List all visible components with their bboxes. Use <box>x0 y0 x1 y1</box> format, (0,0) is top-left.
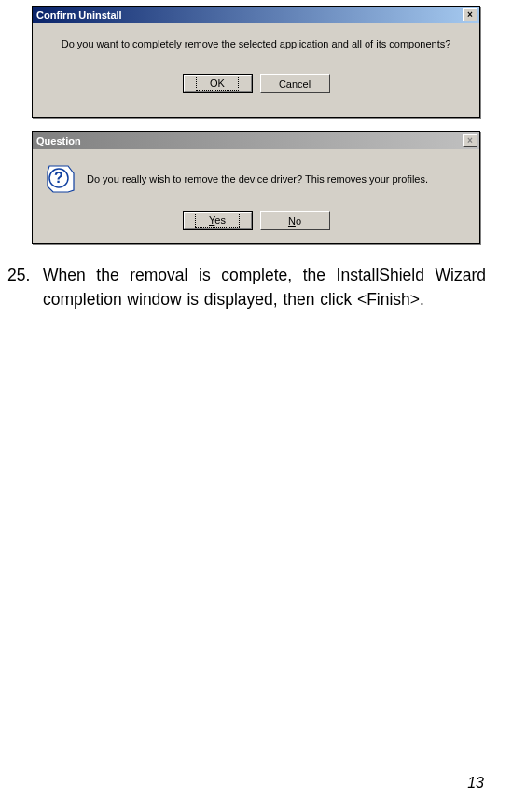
step-text: When the removal is complete, the Instal… <box>43 263 486 312</box>
dialog-message: Do you want to completely remove the sel… <box>42 38 470 49</box>
instruction-step: 25. When the removal is complete, the In… <box>0 257 512 312</box>
ok-button[interactable]: OK <box>183 74 253 93</box>
page-number: 13 <box>467 775 484 791</box>
dialog-message: Do you really wish to remove the device … <box>87 173 466 185</box>
close-icon[interactable]: × <box>463 8 477 21</box>
question-dialog: Question × ? Do you really wish to remov… <box>32 131 480 244</box>
dialog-titlebar: Confirm Uninstall × <box>33 7 479 23</box>
question-icon: ? <box>46 164 76 194</box>
cancel-button[interactable]: Cancel <box>260 74 330 93</box>
button-row: Yes No <box>33 201 479 243</box>
svg-text:?: ? <box>54 170 63 186</box>
yes-button[interactable]: Yes <box>183 211 253 230</box>
button-row: OK Cancel <box>42 64 470 106</box>
dialog-title: Question <box>36 135 463 146</box>
dialog-titlebar: Question × <box>33 132 479 149</box>
confirm-uninstall-dialog: Confirm Uninstall × Do you want to compl… <box>32 6 480 118</box>
step-number: 25. <box>7 263 43 312</box>
no-button[interactable]: No <box>260 211 330 230</box>
dialog-title: Confirm Uninstall <box>36 9 463 21</box>
close-icon[interactable]: × <box>463 134 477 147</box>
